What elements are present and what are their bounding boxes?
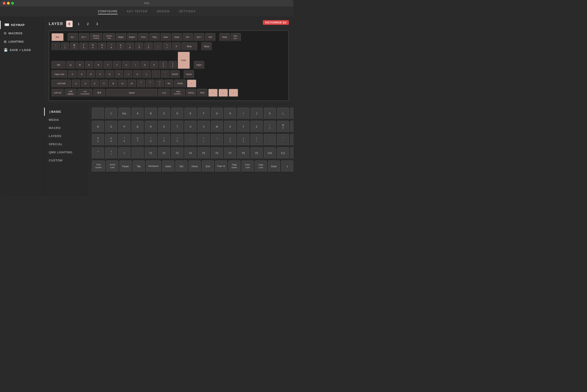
key-quote[interactable]: ", (161, 70, 169, 79)
key-s[interactable]: S (78, 70, 86, 79)
picker-key-numlock[interactable]: NumLock (242, 160, 254, 172)
picker-key-equals[interactable]: = (118, 147, 130, 159)
picker-key-pagedown[interactable]: PageDown (228, 160, 240, 172)
picker-key-f[interactable]: F (198, 108, 210, 120)
layer-2-button[interactable]: 2 (85, 21, 91, 27)
picker-key-4[interactable]: $4 (92, 134, 104, 146)
key-mission[interactable]: MissionControl (90, 33, 102, 42)
picker-key-c[interactable]: C (158, 108, 170, 120)
key-mo1[interactable]: MO(1) (186, 89, 196, 97)
minimize-button[interactable] (7, 2, 10, 5)
sidebar-item-save-load[interactable]: 💾 SAVE + LOAD (0, 46, 44, 54)
picker-key-tab[interactable]: Tab (133, 160, 145, 172)
key-y[interactable]: Y (113, 61, 121, 69)
key-kana[interactable]: かな (158, 89, 170, 97)
picker-key-del[interactable]: Del (176, 160, 188, 172)
key-i[interactable]: I (131, 61, 140, 69)
picker-key-capslock[interactable]: CapsLock (255, 160, 267, 172)
key-g[interactable]: G (105, 70, 114, 79)
key-n[interactable]: N (118, 80, 127, 88)
sidebar-item-macros[interactable]: ⊙ MACROS (0, 29, 44, 37)
key-lctrl[interactable]: Left Ctrl (52, 89, 64, 97)
key-loption[interactable]: LeftOption (64, 89, 76, 97)
key-right[interactable]: → (229, 89, 238, 97)
picker-key-i[interactable]: I (237, 108, 250, 120)
key-slash[interactable]: ?/ (156, 80, 164, 88)
picker-key-f3[interactable]: F3 (171, 147, 183, 159)
sidebar-item-lighting[interactable]: ◎ LIGHTING (0, 37, 44, 46)
picker-key-u[interactable]: U (184, 121, 196, 133)
key-rbracket[interactable]: }] (168, 61, 177, 69)
picker-key-rbrace[interactable]: }] (237, 134, 250, 146)
picker-key-a[interactable]: A (132, 108, 144, 120)
key-vol-minus2[interactable]: Vol -Vol + (230, 33, 241, 42)
key-capslock[interactable]: Caps Lock (52, 70, 67, 79)
picker-key-k[interactable]: K (264, 108, 276, 120)
panel-special[interactable]: SPECIAL (44, 140, 88, 148)
key-pgup[interactable]: PgUp (202, 42, 212, 51)
key-h[interactable]: H (114, 70, 123, 79)
key-6[interactable]: ^6 (107, 42, 116, 51)
tab-design[interactable]: DESIGN (157, 9, 170, 14)
key-prvs[interactable]: Prvs (138, 33, 148, 42)
picker-key-pause[interactable]: Pause (120, 160, 132, 172)
key-mute[interactable]: Mute (172, 33, 182, 42)
key-scr-plus[interactable]: Scr + (79, 33, 89, 42)
panel-macro[interactable]: MACRO (44, 124, 88, 132)
key-tab[interactable]: Tab (52, 61, 66, 69)
key-vol-plus[interactable]: Vol + (194, 33, 204, 42)
picker-key-insert[interactable]: Insert (162, 160, 174, 172)
key-x[interactable]: X (81, 80, 90, 88)
picker-key-f11[interactable]: F11 (277, 147, 289, 159)
key-v[interactable]: V (100, 80, 108, 88)
picker-key-h[interactable]: H (224, 108, 236, 120)
key-del[interactable]: Del (205, 33, 215, 42)
key-brght-minus[interactable]: Brght- (116, 33, 126, 42)
key-lcommand[interactable]: LeftCommand (78, 89, 92, 97)
close-button[interactable] (3, 2, 6, 5)
tab-key-tester[interactable]: KEY TESTER (127, 9, 148, 14)
key-down[interactable]: ↓ (218, 89, 228, 97)
key-enter[interactable]: Enter (178, 52, 190, 69)
key-t[interactable]: T (104, 61, 112, 69)
key-pgdn[interactable]: PgDn (194, 61, 204, 69)
picker-key-quote[interactable]: "' (277, 134, 289, 146)
picker-key-colon[interactable]: :; (264, 134, 276, 146)
tab-configure[interactable]: CONFIGURE (98, 9, 118, 14)
picker-key-b[interactable]: B (145, 108, 157, 120)
key-u[interactable]: U (122, 61, 130, 69)
picker-key-pageup[interactable]: Page Up (215, 160, 227, 172)
picker-key-q[interactable]: Q (132, 121, 144, 133)
key-8[interactable]: *8 (126, 42, 134, 51)
picker-key-v[interactable]: V (198, 121, 210, 133)
picker-key-x[interactable]: X (224, 121, 236, 133)
key-rshift[interactable]: RShft (174, 80, 186, 88)
key-yen[interactable]: ¥ (172, 42, 180, 51)
key-9[interactable]: (9 (135, 42, 144, 51)
key-nuhs[interactable]: NUHS (170, 70, 180, 79)
picker-key-equal[interactable]: += (198, 134, 210, 146)
picker-key-g[interactable]: G (211, 108, 223, 120)
key-d[interactable]: D (87, 70, 95, 79)
picker-key-p[interactable]: P (118, 121, 130, 133)
key-m[interactable]: M (128, 80, 136, 88)
picker-key-j[interactable]: J (250, 108, 263, 120)
key-minus[interactable]: _- (154, 42, 162, 51)
picker-key-home[interactable]: Home (189, 160, 201, 172)
picker-key-9[interactable]: (9 (158, 134, 170, 146)
picker-key-f10[interactable]: F10 (264, 147, 276, 159)
key-vol-minus[interactable]: Vol - (183, 33, 193, 42)
panel-custom[interactable]: CUSTOM (44, 156, 88, 164)
picker-key-l[interactable]: L (277, 108, 289, 120)
key-kanji[interactable]: 漢字 (93, 89, 105, 97)
key-equal[interactable]: += (163, 42, 171, 51)
picker-key-slash[interactable]: ?/ (105, 147, 117, 159)
picker-key-1[interactable]: !1 (264, 121, 276, 133)
picker-key-8[interactable]: *8 (145, 134, 157, 146)
picker-key-num1[interactable]: 1 (281, 160, 293, 172)
picker-key-2[interactable]: @2 (277, 121, 289, 133)
picker-key-lt[interactable]: <, (290, 134, 294, 146)
picker-key-tilde[interactable]: ~` (211, 134, 223, 146)
key-p[interactable]: P (150, 61, 158, 69)
panel-layers[interactable]: LAYERS (44, 132, 88, 140)
